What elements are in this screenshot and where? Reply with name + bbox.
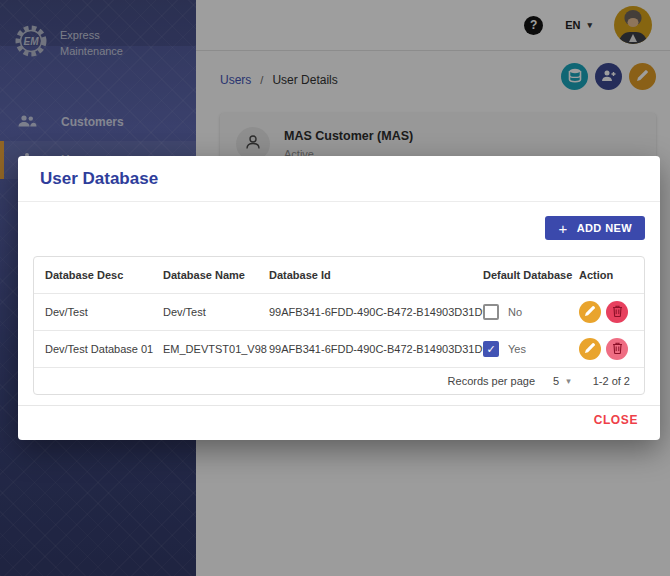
add-new-button[interactable]: + ADD NEW	[545, 216, 645, 240]
row-edit-button[interactable]	[579, 301, 601, 323]
cell-default-database: No	[472, 304, 568, 320]
cell-database-desc: Dev/Test Database 01	[34, 343, 152, 355]
cell-database-name: Dev/Test	[152, 306, 258, 318]
header-default-database: Default Database	[472, 269, 568, 281]
table-row: Dev/Test Database 01 EM_DEVTST01_V98 99A…	[34, 330, 644, 367]
close-button[interactable]: CLOSE	[594, 413, 638, 427]
cell-database-id: 99AFB341-6FDD-490C-B472-B14903D31D91	[258, 306, 472, 318]
table-row: Dev/Test Dev/Test 99AFB341-6FDD-490C-B47…	[34, 293, 644, 330]
row-edit-button[interactable]	[579, 338, 601, 360]
pencil-icon	[584, 342, 596, 357]
trash-icon	[612, 305, 623, 320]
table-header-row: Database Desc Database Name Database Id …	[34, 257, 644, 293]
cell-database-id: 99AFB341-6FDD-490C-B472-B14903D31D93	[258, 343, 472, 355]
add-new-label: ADD NEW	[577, 222, 632, 234]
records-per-page-value: 5	[553, 375, 559, 387]
app-root: EM Express Maintenance Customers	[0, 0, 670, 576]
modal-title: User Database	[18, 156, 660, 202]
user-database-modal: User Database + ADD NEW Database Desc Da…	[18, 156, 660, 440]
pagination-range: 1-2 of 2	[593, 375, 630, 387]
default-checkbox-unchecked[interactable]	[483, 304, 499, 320]
header-database-id: Database Id	[258, 269, 472, 281]
default-label: Yes	[508, 343, 526, 355]
chevron-down-icon: ▾	[566, 376, 571, 386]
pencil-icon	[584, 305, 596, 320]
cell-database-desc: Dev/Test	[34, 306, 152, 318]
table-pagination: Records per page 5 ▾ 1-2 of 2	[34, 367, 644, 394]
trash-icon	[612, 342, 623, 357]
records-per-page-label: Records per page	[448, 375, 535, 387]
check-icon: ✓	[486, 343, 495, 356]
database-table: Database Desc Database Name Database Id …	[33, 256, 645, 395]
header-database-name: Database Name	[152, 269, 258, 281]
row-delete-button[interactable]	[606, 338, 628, 360]
header-database-desc: Database Desc	[34, 269, 152, 281]
cell-database-name: EM_DEVTST01_V98	[152, 343, 258, 355]
cell-action	[568, 301, 644, 323]
cell-action	[568, 338, 644, 360]
row-delete-button[interactable]	[606, 301, 628, 323]
default-label: No	[508, 306, 522, 318]
default-checkbox-checked[interactable]: ✓	[483, 341, 499, 357]
header-action: Action	[568, 269, 644, 281]
plus-icon: +	[558, 221, 567, 236]
modal-footer-divider	[18, 405, 660, 406]
records-per-page-select[interactable]: 5 ▾	[553, 375, 571, 387]
cell-default-database: ✓ Yes	[472, 341, 568, 357]
